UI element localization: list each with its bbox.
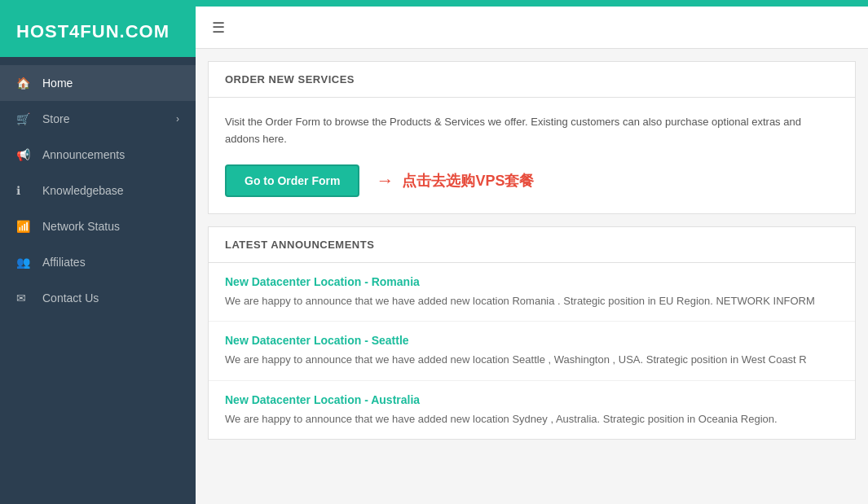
order-services-title: ORDER NEW SERVICES (209, 62, 855, 98)
sidebar-label-contact-us: Contact Us (42, 291, 99, 305)
order-form-button[interactable]: Go to Order Form (225, 164, 359, 197)
main-content: ORDER NEW SERVICES Visit the Order Form … (196, 49, 868, 504)
order-services-card: ORDER NEW SERVICES Visit the Order Form … (208, 61, 856, 214)
sidebar-label-network-status: Network Status (42, 220, 120, 233)
sidebar: HOST4FUN.COM 🏠Home🛒Store›📢Announcementsℹ… (0, 7, 196, 504)
store-arrow-icon: › (176, 113, 179, 125)
sidebar-logo: HOST4FUN.COM (0, 7, 196, 57)
announcement-title-0[interactable]: New Datacenter Location - Romania (225, 275, 839, 288)
sidebar-label-home: Home (42, 77, 73, 90)
announcement-title-2[interactable]: New Datacenter Location - Australia (225, 393, 839, 406)
store-icon: 🛒 (16, 112, 33, 125)
knowledgebase-icon: ℹ (16, 184, 33, 197)
announcements-list: New Datacenter Location - RomaniaWe are … (209, 263, 855, 440)
sidebar-item-announcements[interactable]: 📢Announcements (0, 137, 196, 173)
sidebar-nav: 🏠Home🛒Store›📢AnnouncementsℹKnowledgebase… (0, 57, 196, 316)
arrow-icon: → (376, 170, 394, 191)
sidebar-item-contact-us[interactable]: ✉Contact Us (0, 280, 196, 316)
announcements-card: LATEST ANNOUNCEMENTS New Datacenter Loca… (208, 226, 856, 440)
contact-us-icon: ✉ (16, 291, 33, 305)
sidebar-item-home[interactable]: 🏠Home (0, 65, 196, 101)
sidebar-label-announcements: Announcements (42, 148, 125, 161)
list-item: New Datacenter Location - RomaniaWe are … (209, 263, 855, 322)
main-area: ☰ ORDER NEW SERVICES Visit the Order For… (196, 7, 868, 504)
home-icon: 🏠 (16, 77, 33, 90)
sidebar-label-knowledgebase: Knowledgebase (42, 184, 124, 197)
arrow-text-group: → 点击去选购VPS套餐 (376, 170, 534, 191)
chinese-promo-text: 点击去选购VPS套餐 (402, 171, 534, 191)
announcement-title-1[interactable]: New Datacenter Location - Seattle (225, 334, 839, 347)
sidebar-label-affiliates: Affiliates (42, 256, 86, 269)
announcements-title: LATEST ANNOUNCEMENTS (209, 227, 855, 263)
order-services-description: Visit the Order Form to browse the Produ… (225, 114, 839, 148)
network-status-icon: 📶 (16, 220, 33, 233)
sidebar-item-knowledgebase[interactable]: ℹKnowledgebase (0, 173, 196, 208)
announcement-desc-0: We are happy to announce that we have ad… (225, 293, 839, 309)
announcements-icon: 📢 (16, 148, 33, 161)
top-accent-bar (0, 0, 868, 7)
sidebar-item-store[interactable]: 🛒Store› (0, 101, 196, 137)
announcement-desc-2: We are happy to announce that we have ad… (225, 411, 839, 427)
sidebar-item-network-status[interactable]: 📶Network Status (0, 208, 196, 244)
hamburger-icon[interactable]: ☰ (212, 19, 225, 37)
main-header: ☰ (196, 7, 868, 49)
list-item: New Datacenter Location - SeattleWe are … (209, 322, 855, 381)
order-services-body: Visit the Order Form to browse the Produ… (209, 98, 855, 213)
list-item: New Datacenter Location - AustraliaWe ar… (209, 381, 855, 440)
announcement-desc-1: We are happy to announce that we have ad… (225, 352, 839, 368)
order-form-row: Go to Order Form → 点击去选购VPS套餐 (225, 164, 839, 197)
sidebar-item-affiliates[interactable]: 👥Affiliates (0, 244, 196, 280)
sidebar-label-store: Store (42, 112, 69, 125)
affiliates-icon: 👥 (16, 256, 33, 269)
